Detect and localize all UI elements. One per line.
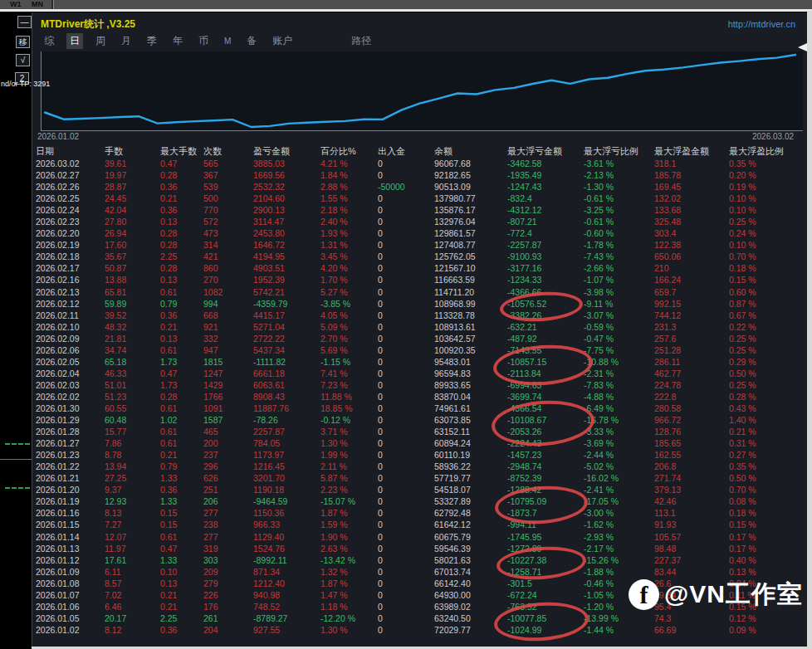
cell-float-loss-pct: -1.07 % bbox=[580, 274, 651, 285]
cell-pct: 4.20 % bbox=[317, 262, 374, 274]
table-row: 2026.02.1259.890.79994-4359.79-3.85 %010… bbox=[32, 298, 805, 310]
cell-float-profit: 113.1 bbox=[651, 507, 726, 519]
cell-float-profit: 222.8 bbox=[651, 391, 726, 403]
move-button[interactable]: 移 bbox=[16, 36, 30, 48]
table-row: 2026.02.1835.672.254214194.953.45 %01257… bbox=[32, 251, 805, 262]
cell-date: 2026.02.20 bbox=[32, 227, 101, 239]
cell-pct: 1.59 % bbox=[317, 519, 374, 530]
cell-pct: -1.15 % bbox=[317, 356, 374, 368]
cell-max-lots: 1.33 bbox=[157, 554, 200, 566]
cell-trades: 319 bbox=[200, 543, 250, 554]
table-row: 2026.01.0520.172.25261-8789.27-12.20 %06… bbox=[32, 612, 805, 624]
cell-float-loss: -1935.49 bbox=[504, 169, 580, 181]
cell-float-loss: -9100.93 bbox=[504, 251, 580, 262]
menu-item-账户[interactable]: 账户 bbox=[269, 33, 296, 49]
cell-inout: 0 bbox=[374, 368, 431, 379]
col-header: 出入金 bbox=[374, 145, 431, 158]
cell-pct: 1.30 % bbox=[317, 624, 374, 636]
cell-inout: 0 bbox=[374, 403, 431, 414]
cell-float-loss: -1234.33 bbox=[504, 274, 580, 285]
cell-balance: 125762.05 bbox=[431, 251, 504, 262]
menu-item-币[interactable]: 币 bbox=[195, 33, 212, 49]
menu-item-月[interactable]: 月 bbox=[118, 33, 135, 49]
cell-float-loss-pct: -3.61 % bbox=[580, 158, 651, 169]
cell-float-loss-pct: -7.75 % bbox=[580, 344, 651, 356]
menu-item-周[interactable]: 周 bbox=[92, 33, 109, 49]
col-header: 日期 bbox=[32, 145, 101, 158]
cell-pnl: 4903.51 bbox=[250, 262, 317, 274]
cell-date: 2026.02.19 bbox=[32, 239, 101, 251]
cell-date: 2026.03.02 bbox=[32, 158, 101, 169]
table-row: 2026.02.0446.330.4712476661.187.41 %0965… bbox=[32, 368, 805, 379]
cell-float-loss-pct: -0.61 % bbox=[580, 216, 651, 227]
cell-float-profit: 66.69 bbox=[651, 624, 726, 636]
cell-float-profit: 325.48 bbox=[651, 216, 726, 227]
menu-item-备[interactable]: 备 bbox=[243, 33, 260, 49]
cell-trades: 572 bbox=[200, 216, 250, 227]
cell-max-lots: 0.15 bbox=[157, 519, 200, 530]
cell-trades: 465 bbox=[200, 426, 250, 437]
cell-inout: 0 bbox=[374, 426, 431, 437]
cell-float-profit-pct: 0.10 % bbox=[726, 193, 805, 204]
col-header: 最大浮亏金额 bbox=[504, 145, 580, 158]
table-row: 2026.01.157.270.15238966.331.59 %061642.… bbox=[32, 519, 805, 530]
table-row: 2026.02.1917.600.283141646.721.31 %01274… bbox=[32, 239, 805, 251]
cell-max-lots: 0.36 bbox=[157, 310, 200, 321]
cell-float-profit: 98.48 bbox=[651, 543, 726, 554]
cell-trades: 261 bbox=[200, 612, 250, 624]
cell-date: 2026.02.02 bbox=[32, 391, 101, 403]
cell-lots: 65.18 bbox=[101, 356, 157, 368]
mtdriver-url-link[interactable]: http://mtdriver.cn bbox=[728, 19, 795, 29]
menu-item-综[interactable]: 综 bbox=[41, 33, 57, 49]
cell-inout: 0 bbox=[374, 262, 431, 274]
cell-pnl: 1173.97 bbox=[250, 449, 317, 461]
cell-pct: 7.41 % bbox=[317, 368, 374, 379]
menu-item-季[interactable]: 季 bbox=[144, 33, 160, 49]
cell-inout: 0 bbox=[374, 624, 431, 636]
cell-float-loss-pct: -9.11 % bbox=[580, 298, 651, 310]
cell-balance: 59546.39 bbox=[431, 543, 504, 554]
cell-pct: 11.88 % bbox=[317, 391, 374, 403]
menu-item-日[interactable]: 日 bbox=[66, 33, 83, 49]
cell-trades: 176 bbox=[200, 601, 250, 612]
cell-float-loss: -3382.26 bbox=[504, 310, 580, 321]
cell-trades: 947 bbox=[200, 344, 250, 356]
cell-float-profit-pct: 0.25 % bbox=[726, 344, 805, 356]
menu-item-年[interactable]: 年 bbox=[169, 33, 186, 49]
cell-balance: 137980.77 bbox=[431, 193, 504, 204]
cell-float-loss-pct: -1.78 % bbox=[580, 239, 651, 251]
cell-float-profit: 166.24 bbox=[651, 274, 726, 285]
cell-pnl: 1524.76 bbox=[250, 543, 317, 554]
cell-float-loss: -832.4 bbox=[504, 193, 580, 204]
cell-pnl: 1129.40 bbox=[250, 531, 317, 543]
cell-float-profit-pct: 0.25 % bbox=[726, 379, 805, 391]
cell-float-profit-pct: 0.29 % bbox=[726, 356, 805, 368]
cell-date: 2026.01.22 bbox=[32, 461, 101, 472]
cell-inout: 0 bbox=[374, 484, 431, 495]
equity-chart bbox=[41, 51, 803, 131]
cell-balance: 57719.77 bbox=[431, 472, 504, 484]
table-row: 2026.02.2524.450.215002104.601.55 %01379… bbox=[32, 193, 805, 204]
cell-float-profit: 650.06 bbox=[651, 251, 726, 262]
table-row: 2026.02.0251.230.2817668908.4311.88 %083… bbox=[32, 391, 805, 403]
table-row: 2026.01.2213.940.792961216.452.11 %05893… bbox=[32, 461, 805, 472]
cell-max-lots: 0.21 bbox=[157, 589, 200, 601]
minimize-button[interactable]: — bbox=[17, 16, 32, 28]
cell-date: 2026.01.06 bbox=[32, 601, 101, 612]
menu-item-M[interactable]: M bbox=[221, 36, 234, 46]
cell-float-loss: -1873.7 bbox=[504, 507, 580, 519]
check-button[interactable]: √ bbox=[16, 54, 30, 66]
cell-trades: 237 bbox=[200, 449, 250, 461]
cell-float-loss: -1288.42 bbox=[504, 484, 580, 495]
cell-lots: 39.61 bbox=[101, 158, 157, 169]
cell-pnl: 2453.80 bbox=[250, 227, 317, 239]
period-tab-MN[interactable]: MN bbox=[32, 0, 43, 9]
cell-float-loss: -2257.87 bbox=[504, 239, 580, 251]
menu-item-路径[interactable]: 路径 bbox=[348, 33, 374, 49]
right-scrollbar[interactable] bbox=[807, 11, 812, 649]
cell-inout: 0 bbox=[374, 519, 431, 530]
period-tab-W1[interactable]: W1 bbox=[10, 0, 22, 9]
cell-date: 2026.01.15 bbox=[32, 519, 101, 530]
col-header: 最大浮亏比例 bbox=[580, 145, 651, 158]
stats-panel: MTDriver统计 ,V3.25 http://mtdriver.cn 综日周… bbox=[32, 12, 807, 649]
